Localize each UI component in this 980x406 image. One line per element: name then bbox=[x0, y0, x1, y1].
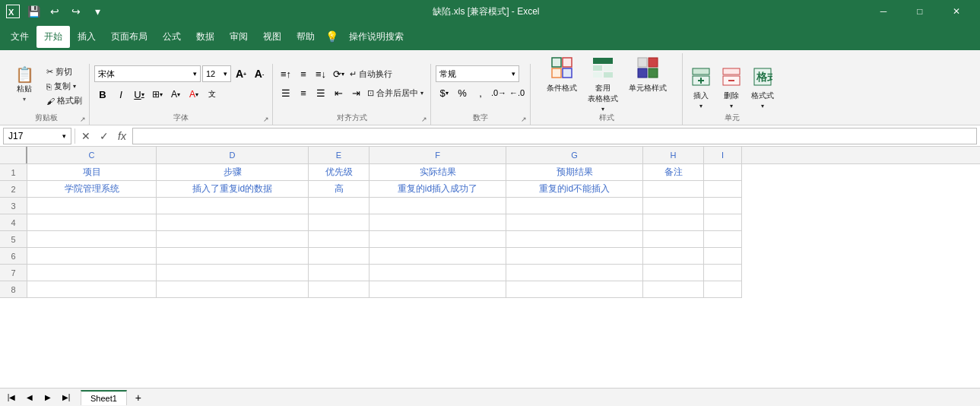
cell-c4[interactable] bbox=[27, 214, 157, 231]
insert-function-icon[interactable]: fx bbox=[115, 128, 129, 144]
cell-e8[interactable] bbox=[309, 281, 369, 298]
border-dropdown[interactable]: ▾ bbox=[160, 91, 163, 98]
insert-cells-button[interactable]: 插入 ▾ bbox=[687, 65, 715, 111]
col-header-f[interactable]: F bbox=[369, 147, 506, 163]
cell-i4[interactable] bbox=[704, 214, 742, 231]
col-header-i[interactable]: I bbox=[704, 147, 742, 163]
number-format-box[interactable]: 常规 ▾ bbox=[436, 65, 519, 82]
merge-dropdown[interactable]: ▾ bbox=[420, 90, 423, 97]
cell-c2[interactable]: 学院管理系统 bbox=[27, 181, 157, 198]
cell-g4[interactable] bbox=[506, 214, 643, 231]
col-header-c[interactable]: C bbox=[27, 147, 157, 163]
cell-d8[interactable] bbox=[157, 281, 309, 298]
menu-review[interactable]: 审阅 bbox=[222, 26, 255, 48]
font-expander[interactable]: ↗ bbox=[263, 116, 269, 123]
currency-button[interactable]: $ ▾ bbox=[436, 84, 452, 101]
paste-button[interactable]: 📋 粘贴 ▾ bbox=[8, 65, 41, 104]
cell-f5[interactable] bbox=[369, 231, 506, 248]
cell-f3[interactable] bbox=[369, 198, 506, 214]
delete-dropdown[interactable]: ▾ bbox=[730, 103, 733, 109]
cell-i6[interactable] bbox=[704, 248, 742, 265]
cell-h8[interactable] bbox=[643, 281, 704, 298]
menu-view[interactable]: 视图 bbox=[255, 26, 289, 48]
undo-button[interactable]: ↩ bbox=[46, 2, 64, 21]
format-dropdown[interactable]: ▾ bbox=[761, 103, 764, 109]
customize-button[interactable]: ▾ bbox=[88, 2, 106, 21]
cell-g3[interactable] bbox=[506, 198, 643, 214]
east-asia-button[interactable]: 文 bbox=[204, 86, 220, 103]
menu-file[interactable]: 文件 bbox=[3, 26, 36, 48]
confirm-formula-icon[interactable]: ✓ bbox=[97, 128, 112, 144]
cell-i5[interactable] bbox=[704, 231, 742, 248]
font-name-box[interactable]: 宋体 ▾ bbox=[94, 65, 201, 82]
underline-button[interactable]: U ▾ bbox=[131, 86, 147, 103]
cell-i2[interactable] bbox=[704, 181, 742, 198]
orient-dropdown[interactable]: ▾ bbox=[341, 71, 344, 78]
decrease-indent-button[interactable]: ⇤ bbox=[330, 84, 347, 101]
cell-f1[interactable]: 实际结果 bbox=[369, 164, 506, 181]
font-grow-button[interactable]: A+ bbox=[233, 65, 249, 82]
text-orient-button[interactable]: ⟳ ▾ bbox=[330, 65, 347, 82]
cell-c3[interactable] bbox=[27, 198, 157, 214]
menu-home[interactable]: 开始 bbox=[36, 26, 70, 48]
cell-c7[interactable] bbox=[27, 265, 157, 281]
alignment-expander[interactable]: ↗ bbox=[421, 116, 427, 123]
fill-dropdown[interactable]: ▾ bbox=[177, 91, 180, 98]
cell-g8[interactable] bbox=[506, 281, 643, 298]
cell-d1[interactable]: 步骤 bbox=[157, 164, 309, 181]
cell-e4[interactable] bbox=[309, 214, 369, 231]
increase-indent-button[interactable]: ⇥ bbox=[347, 84, 364, 101]
number-expander[interactable]: ↗ bbox=[521, 116, 527, 123]
cell-h2[interactable] bbox=[643, 181, 704, 198]
border-button[interactable]: ⊞ ▾ bbox=[149, 86, 166, 103]
increase-decimal-button[interactable]: .0→ bbox=[490, 84, 507, 101]
col-header-g[interactable]: G bbox=[506, 147, 643, 163]
minimize-button[interactable]: ─ bbox=[866, 0, 901, 23]
fill-color-button[interactable]: A ▾ bbox=[167, 86, 184, 103]
menu-insert[interactable]: 插入 bbox=[70, 26, 103, 48]
font-size-box[interactable]: 12 ▾ bbox=[202, 65, 231, 82]
align-center-button[interactable]: ≡ bbox=[295, 84, 312, 101]
cell-e6[interactable] bbox=[309, 248, 369, 265]
clipboard-expander[interactable]: ↗ bbox=[80, 116, 86, 123]
font-color-dropdown[interactable]: ▾ bbox=[195, 91, 198, 98]
copy-button[interactable]: ⎘ 复制 ▾ bbox=[44, 80, 84, 93]
cancel-formula-icon[interactable]: ✕ bbox=[78, 128, 94, 144]
delete-cells-button[interactable]: 删除 ▾ bbox=[718, 65, 745, 111]
format-painter-button[interactable]: 🖌 格式刷 bbox=[44, 94, 84, 107]
table-format-button[interactable]: 套用表格格式 ▾ bbox=[585, 55, 621, 114]
maximize-button[interactable]: □ bbox=[902, 0, 937, 23]
cell-e1[interactable]: 优先级 bbox=[309, 164, 369, 181]
cell-d3[interactable] bbox=[157, 198, 309, 214]
cell-i3[interactable] bbox=[704, 198, 742, 214]
merge-center-button[interactable]: ⊡ 合并后居中 ▾ bbox=[365, 84, 426, 101]
menu-help[interactable]: 帮助 bbox=[289, 26, 322, 48]
font-name-dropdown[interactable]: ▾ bbox=[193, 70, 197, 78]
cell-ref-dropdown[interactable]: ▾ bbox=[62, 132, 66, 140]
cell-g6[interactable] bbox=[506, 248, 643, 265]
col-header-h[interactable]: H bbox=[643, 147, 704, 163]
currency-dropdown[interactable]: ▾ bbox=[446, 90, 449, 97]
close-button[interactable]: ✕ bbox=[939, 0, 974, 23]
cell-c8[interactable] bbox=[27, 281, 157, 298]
thousands-button[interactable]: , bbox=[472, 84, 489, 101]
cell-f7[interactable] bbox=[369, 265, 506, 281]
cell-c5[interactable] bbox=[27, 231, 157, 248]
align-middle-button[interactable]: ≡ bbox=[295, 65, 312, 82]
col-header-d[interactable]: D bbox=[157, 147, 309, 163]
percent-button[interactable]: % bbox=[454, 84, 471, 101]
cell-f6[interactable] bbox=[369, 248, 506, 265]
conditional-format-button[interactable]: 条件格式 bbox=[544, 55, 580, 95]
wrap-text-button[interactable]: ↵ 自动换行 bbox=[347, 65, 395, 82]
align-right-button[interactable]: ☰ bbox=[312, 84, 329, 101]
underline-dropdown[interactable]: ▾ bbox=[141, 91, 144, 98]
cell-d6[interactable] bbox=[157, 248, 309, 265]
cell-e2[interactable]: 高 bbox=[309, 181, 369, 198]
align-top-button[interactable]: ≡↑ bbox=[278, 65, 294, 82]
cell-f2[interactable]: 重复的id插入成功了 bbox=[369, 181, 506, 198]
col-header-e[interactable]: E bbox=[309, 147, 369, 163]
cell-g5[interactable] bbox=[506, 231, 643, 248]
cell-i1[interactable] bbox=[704, 164, 742, 181]
align-bottom-button[interactable]: ≡↓ bbox=[312, 65, 329, 82]
menu-search[interactable]: 操作说明搜索 bbox=[341, 26, 411, 48]
